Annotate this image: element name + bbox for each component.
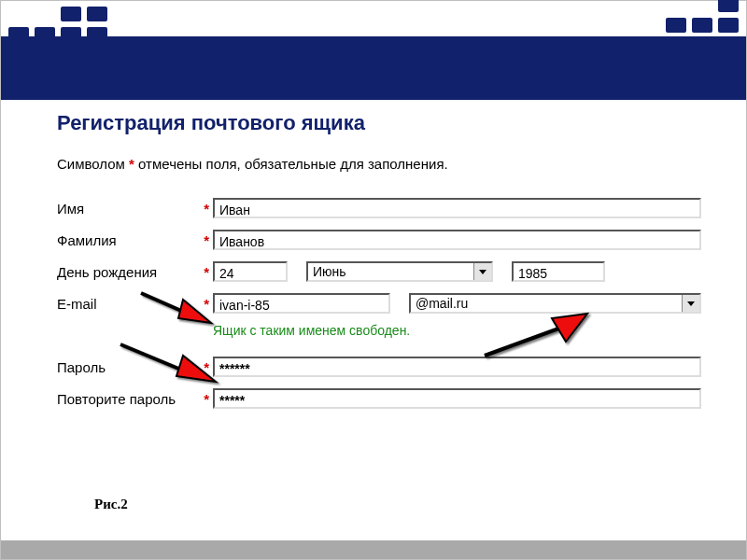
footer-bar: [1, 540, 746, 559]
figure-caption: Рис.2: [94, 497, 128, 512]
row-password: Пароль * ******: [57, 351, 701, 383]
last-name-input[interactable]: Иванов: [213, 230, 701, 250]
email-domain-value: @mail.ru: [416, 293, 468, 314]
row-last-name: Фамилия * Иванов: [57, 224, 701, 256]
birth-month-value: Июнь: [313, 261, 346, 282]
label-first-name: Имя: [57, 201, 192, 217]
registration-form: Имя * Иван Фамилия * Иванов День рождени…: [57, 192, 701, 414]
email-domain-select[interactable]: @mail.ru: [409, 293, 701, 314]
required-asterisk: *: [204, 359, 209, 375]
header-band: [1, 36, 746, 100]
content-area: Регистрация почтового ящика Символом * о…: [57, 111, 701, 414]
chevron-down-icon: [473, 263, 491, 280]
slide: Регистрация почтового ящика Символом * о…: [0, 0, 747, 560]
required-asterisk: *: [204, 201, 209, 217]
row-email: E-mail * ivan-i-85 @mail.ru: [57, 287, 701, 319]
birth-day-input[interactable]: 24: [213, 261, 288, 282]
first-name-input[interactable]: Иван: [213, 198, 701, 218]
label-password-repeat: Повторите пароль: [57, 391, 192, 407]
mailbox-available-message: Ящик с таким именем свободен.: [213, 323, 701, 338]
label-email: E-mail: [57, 296, 192, 312]
required-fields-note: Символом * отмечены поля, обязательные д…: [57, 156, 701, 172]
label-last-name: Фамилия: [57, 232, 192, 248]
birth-year-input[interactable]: 1985: [512, 261, 605, 282]
password-repeat-input[interactable]: *****: [213, 388, 701, 409]
label-password: Пароль: [57, 359, 192, 375]
row-birthday: День рождения * 24 Июнь 1985: [57, 256, 701, 287]
required-asterisk: *: [204, 296, 209, 312]
required-asterisk: *: [204, 264, 209, 280]
required-asterisk: *: [204, 391, 209, 407]
label-birthday: День рождения: [57, 264, 192, 280]
row-first-name: Имя * Иван: [57, 192, 701, 224]
password-input[interactable]: ******: [213, 357, 701, 377]
birth-month-select[interactable]: Июнь: [306, 261, 493, 282]
row-password-repeat: Повторите пароль * *****: [57, 383, 701, 414]
required-asterisk: *: [204, 232, 209, 248]
chevron-down-icon: [682, 295, 699, 312]
required-note-post: отмечены поля, обязательные для заполнен…: [134, 156, 448, 172]
required-note-pre: Символом: [57, 156, 129, 172]
page-title: Регистрация почтового ящика: [57, 111, 701, 135]
email-local-input[interactable]: ivan-i-85: [213, 293, 390, 314]
